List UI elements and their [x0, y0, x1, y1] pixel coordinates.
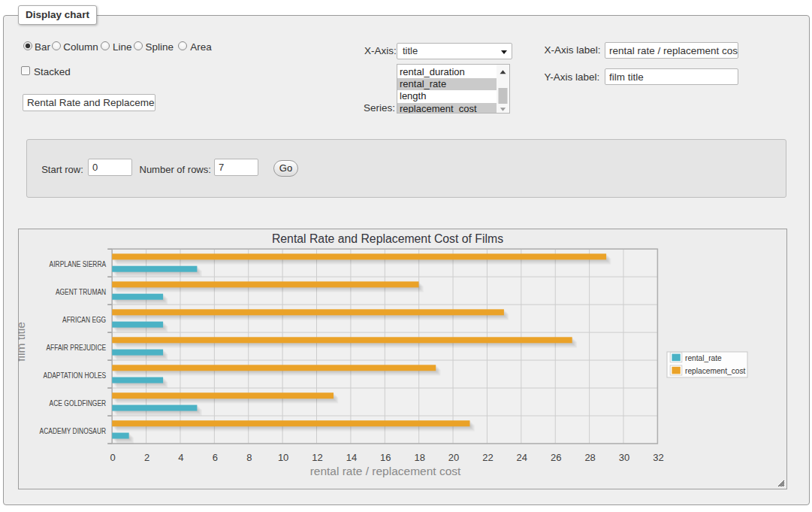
- svg-text:AIRPLANE SIERRA: AIRPLANE SIERRA: [50, 260, 107, 268]
- svg-text:rental rate / replacement cost: rental rate / replacement cost: [310, 465, 461, 477]
- svg-text:28: 28: [584, 452, 595, 463]
- svg-text:14: 14: [346, 452, 357, 463]
- svg-text:22: 22: [482, 452, 493, 463]
- svg-text:12: 12: [312, 452, 322, 463]
- svg-text:8: 8: [246, 452, 252, 463]
- svg-text:18: 18: [414, 452, 424, 463]
- svg-text:16: 16: [380, 452, 391, 463]
- svg-text:AFRICAN EGG: AFRICAN EGG: [62, 316, 106, 324]
- svg-text:10: 10: [278, 452, 288, 463]
- svg-text:30: 30: [619, 452, 629, 463]
- svg-text:replacement_cost: replacement_cost: [685, 367, 746, 375]
- svg-text:6: 6: [213, 452, 218, 463]
- svg-text:ACADEMY DINOSAUR: ACADEMY DINOSAUR: [40, 427, 107, 435]
- svg-text:4: 4: [178, 452, 183, 463]
- svg-text:20: 20: [448, 452, 459, 463]
- svg-text:AFFAIR PREJUDICE: AFFAIR PREJUDICE: [46, 344, 106, 352]
- svg-text:ADAPTATION HOLES: ADAPTATION HOLES: [44, 371, 107, 380]
- svg-text:rental_rate: rental_rate: [685, 354, 722, 362]
- svg-text:Rental Rate and Replacement Co: Rental Rate and Replacement Cost of Film…: [272, 232, 503, 245]
- svg-text:0: 0: [110, 452, 116, 463]
- svg-text:2: 2: [144, 452, 149, 463]
- svg-text:24: 24: [517, 452, 527, 463]
- svg-text:ACE GOLDFINGER: ACE GOLDFINGER: [50, 399, 107, 407]
- svg-text:film title: film title: [18, 322, 27, 362]
- svg-text:AGENT TRUMAN: AGENT TRUMAN: [56, 288, 106, 296]
- svg-text:26: 26: [551, 452, 561, 463]
- svg-text:32: 32: [653, 452, 663, 463]
